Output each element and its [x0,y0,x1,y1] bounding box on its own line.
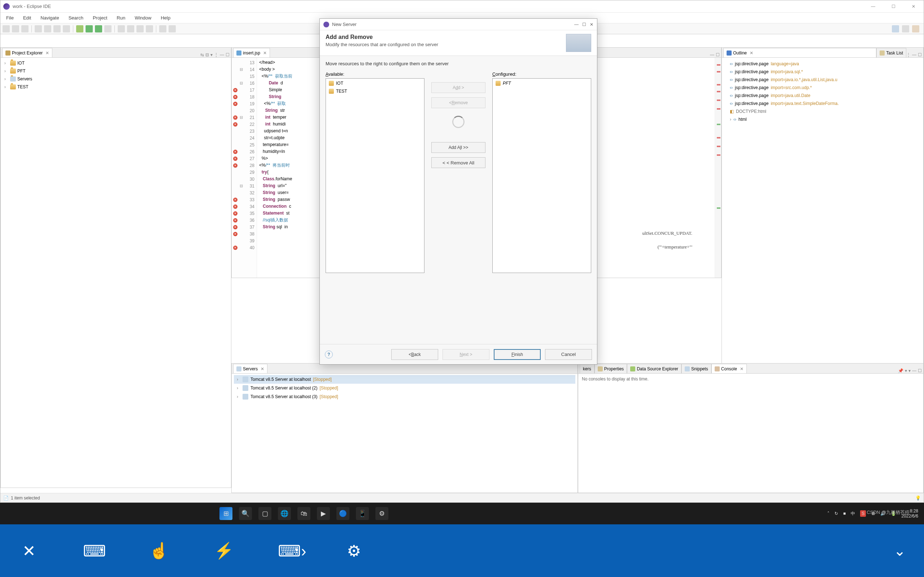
minimize-icon[interactable]: — [912,368,916,373]
close-icon[interactable]: ✕ [750,50,753,56]
app-icon[interactable]: ▶ [317,507,330,520]
maximize-icon[interactable]: ☐ [226,52,229,57]
finish-button[interactable]: Finish [494,349,541,360]
ext-tools-button[interactable] [104,25,111,32]
toolbar-button[interactable] [53,25,61,32]
project-item[interactable]: ›IOT [3,59,229,67]
run-button[interactable] [86,25,93,32]
console-tab[interactable]: Console✕ [711,364,747,373]
toolbar-button[interactable] [44,25,51,32]
gear-icon[interactable]: ⚙ [343,542,365,560]
add-all-button[interactable]: Add All >> [431,142,485,153]
close-icon[interactable]: ✕ [740,366,743,371]
menu-search[interactable]: Search [65,14,87,22]
save-button[interactable] [12,25,19,32]
minimize-icon[interactable]: — [220,52,224,57]
toolbar-button[interactable] [118,25,125,32]
start-button[interactable]: ⊞ [220,507,233,520]
link-editor-icon[interactable]: ⇆ [200,52,204,57]
remove-button[interactable]: < Remove [431,97,485,108]
maximize-icon[interactable]: ☐ [918,52,922,57]
store-icon[interactable]: 🛍 [297,507,310,520]
tip-icon[interactable]: 💡 [915,495,921,501]
toolbar-button[interactable] [146,25,153,32]
tray-app-icon[interactable]: ■ [843,511,846,516]
outline-item[interactable]: ‹›jsp:directive.page language=java [725,60,921,68]
server-item[interactable]: ›Tomcat v8.5 Server at localhost [Stoppe… [234,375,575,384]
pin-console-icon[interactable]: 📌 [898,368,903,373]
save-all-button[interactable] [21,25,29,32]
menu-run[interactable]: Run [113,14,129,22]
toolbar-button[interactable] [127,25,134,32]
collapse-all-icon[interactable]: ⊟ [205,52,209,57]
close-button[interactable]: ✕ [906,4,921,9]
help-button[interactable]: ? [325,351,333,358]
run-last-button[interactable] [95,25,102,32]
project-explorer-tab[interactable]: Project Explorer ✕ [2,48,52,57]
view-menu-icon[interactable]: ⋮ [906,52,911,57]
configured-item[interactable]: PFT [493,79,590,87]
outline-tab[interactable]: Outline ✕ [723,48,876,57]
markers-tab[interactable]: kers [580,364,594,373]
keyboard-icon[interactable]: ⌨ [83,542,105,560]
server-item[interactable]: ›Tomcat v8.5 Server at localhost (2) [St… [234,384,575,392]
close-icon[interactable]: ✕ [45,50,49,56]
tray-sync-icon[interactable]: ↻ [835,511,838,516]
available-item[interactable]: IOT [327,79,423,87]
menu-edit[interactable]: Edit [19,14,35,22]
menu-navigate[interactable]: Navigate [37,14,63,22]
debug-button[interactable] [76,25,83,32]
new-button[interactable] [3,25,10,32]
close-tool-icon[interactable]: ✕ [18,542,40,560]
dialog-minimize-button[interactable]: — [574,22,578,27]
snippets-tab[interactable]: Snippets [682,364,711,373]
maximize-button[interactable]: ☐ [886,4,901,9]
close-icon[interactable]: ✕ [261,366,264,371]
touch-icon[interactable]: ☝ [148,541,170,560]
remove-all-button[interactable]: < < Remove All [431,157,485,168]
outline-item[interactable]: ◧DOCTYPE:html [725,108,921,115]
app-icon[interactable]: 📱 [356,507,369,520]
view-menu-icon[interactable]: ⋮ [214,52,218,57]
tray-ime-icon[interactable]: 中 [851,511,855,517]
back-button[interactable]: < Back [391,349,438,360]
toolbar-button[interactable] [63,25,70,32]
server-item[interactable]: ›Tomcat v8.5 Server at localhost (3) [St… [234,392,575,401]
tray-input-icon[interactable]: S [860,510,866,517]
outline-item[interactable]: ‹›jsp:directive.page import=java.io.*,ja… [725,76,921,84]
menu-window[interactable]: Window [131,14,155,22]
available-item[interactable]: TEST [327,87,423,95]
open-perspective-icon[interactable] [902,25,909,32]
servers-tab[interactable]: Servers ✕ [233,364,267,373]
project-tree[interactable]: ›IOT ›PFT ›Servers ›TEST [1,58,231,488]
task-view-icon[interactable]: ▢ [258,507,271,520]
minimize-icon[interactable]: — [912,52,916,57]
close-icon[interactable]: ✕ [263,50,267,56]
keyboard-action-icon[interactable]: ⌨› [278,542,300,560]
cancel-button[interactable]: Cancel [545,349,592,360]
outline-item[interactable]: ‹›jsp:directive.page import=src.com.udp.… [725,84,921,92]
outline-item[interactable]: ›‹›html [725,115,921,123]
overview-ruler[interactable] [715,58,721,278]
menu-project[interactable]: Project [89,14,111,22]
toolbar-button[interactable] [136,25,144,32]
project-item[interactable]: ›PFT [3,67,229,75]
nav-fwd-button[interactable] [168,25,176,32]
menu-help[interactable]: Help [157,14,174,22]
project-item[interactable]: ›TEST [3,83,229,91]
task-list-tab[interactable]: Task List [876,48,906,57]
outline-item[interactable]: ‹›jsp:directive.page import=java.util.Da… [725,92,921,100]
outline-item[interactable]: ‹›jsp:directive.page import=java.sql.* [725,68,921,76]
quick-access-icon[interactable] [892,25,899,32]
minimize-button[interactable]: — [866,4,880,9]
dialog-close-button[interactable]: ✕ [590,22,593,27]
data-source-tab[interactable]: Data Source Explorer [627,364,682,373]
project-item[interactable]: ›Servers [3,75,229,83]
maximize-icon[interactable]: ☐ [716,52,720,57]
dialog-maximize-button[interactable]: ☐ [582,22,586,27]
server-list[interactable]: ›Tomcat v8.5 Server at localhost [Stoppe… [232,374,577,403]
toolbar-button[interactable] [35,25,42,32]
available-listbox[interactable]: IOTTEST [326,78,425,273]
editor-tab[interactable]: insert.jsp ✕ [233,48,270,57]
menu-file[interactable]: File [3,14,17,22]
